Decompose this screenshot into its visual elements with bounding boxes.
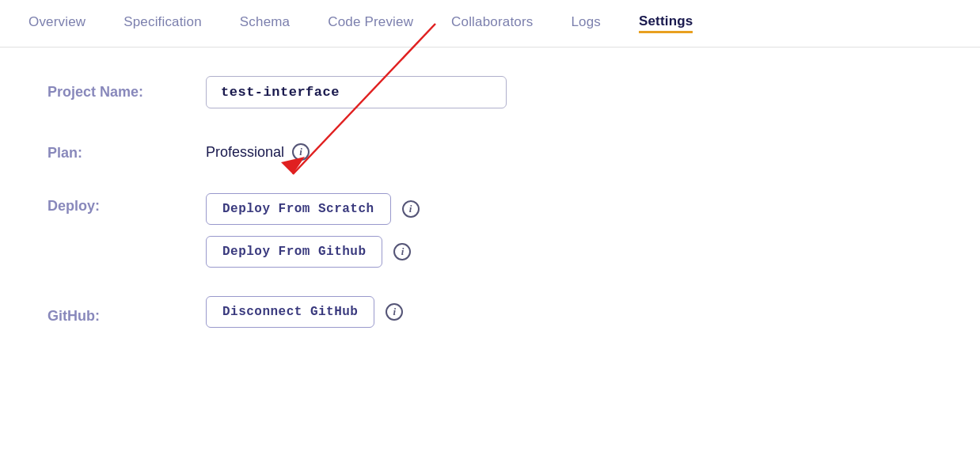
nav-item-logs[interactable]: Logs [571,14,601,33]
disconnect-github-btn-row: Disconnect GitHub i [206,296,933,328]
disconnect-github-button[interactable]: Disconnect GitHub [206,296,374,328]
nav-item-code-preview[interactable]: Code Preview [328,14,413,33]
project-name-value [206,76,933,108]
plan-value: Professional i [206,137,933,161]
deploy-label: Deploy: [47,190,206,215]
github-value: Disconnect GitHub i [206,296,933,328]
plan-row: Plan: Professional i [47,137,933,162]
deploy-value: Deploy From Scratch i Deploy From Github… [206,190,933,268]
deploy-github-row: Deploy From Github i [206,236,933,268]
github-row: GitHub: Disconnect GitHub i [47,296,933,328]
nav-bar: Overview Specification Schema Code Previ… [0,0,980,48]
project-name-input[interactable] [206,76,507,108]
github-info-icon[interactable]: i [386,303,403,321]
plan-label: Plan: [47,137,206,162]
project-name-label: Project Name: [47,76,206,101]
plan-text: Professional [206,144,284,161]
deploy-scratch-row: Deploy From Scratch i [206,193,933,225]
plan-info-icon[interactable]: i [292,143,310,161]
deploy-row: Deploy: Deploy From Scratch i Deploy Fro… [47,190,933,268]
nav-item-specification[interactable]: Specification [123,14,202,33]
deploy-github-info-icon[interactable]: i [393,243,411,260]
deploy-from-github-button[interactable]: Deploy From Github [206,236,382,268]
project-name-row: Project Name: [47,76,933,108]
nav-item-collaborators[interactable]: Collaborators [451,14,533,33]
github-label: GitHub: [47,300,206,325]
deploy-from-scratch-button[interactable]: Deploy From Scratch [206,193,391,225]
settings-content: Project Name: Plan: Professional i Deplo… [0,48,980,385]
nav-item-overview[interactable]: Overview [28,14,85,33]
deploy-buttons: Deploy From Scratch i Deploy From Github… [206,190,933,268]
nav-item-settings[interactable]: Settings [639,13,693,33]
nav-item-schema[interactable]: Schema [240,14,290,33]
deploy-scratch-info-icon[interactable]: i [402,200,420,218]
